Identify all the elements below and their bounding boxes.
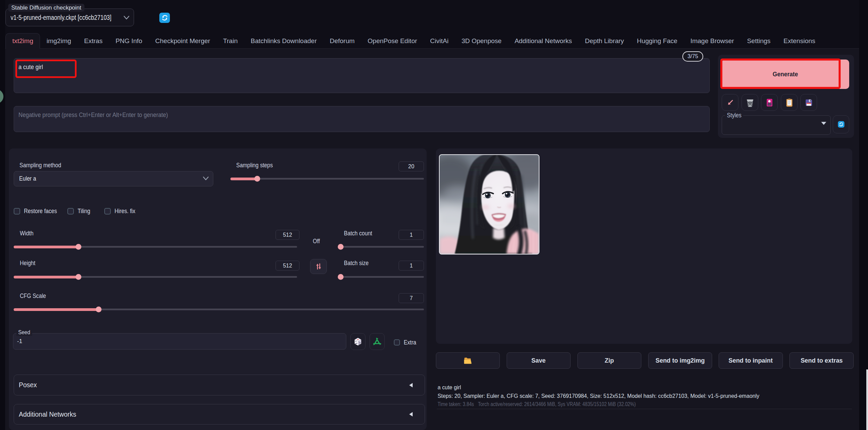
- time-taken-text: Time taken: 3.84s: [438, 401, 474, 408]
- sampling-method-dropdown[interactable]: [14, 171, 213, 186]
- zip-button[interactable]: Zip: [577, 352, 641, 369]
- generated-image[interactable]: [439, 154, 539, 255]
- posex-accordion-label: Posex: [19, 375, 38, 395]
- reuse-seed-button[interactable]: [370, 333, 385, 350]
- arrow-down-left-icon: [726, 98, 735, 107]
- die-icon: [353, 337, 363, 347]
- tab-civitai[interactable]: CivitAi: [424, 33, 455, 49]
- sampling-steps-label: Sampling steps: [236, 162, 273, 169]
- paste-params-button[interactable]: [722, 94, 738, 111]
- batch-count-label: Batch count: [344, 230, 372, 237]
- swap-dimensions-button[interactable]: [310, 259, 327, 274]
- triangle-down-icon: [821, 121, 827, 125]
- wastebasket-icon: [745, 97, 755, 108]
- width-label: Width: [20, 230, 34, 237]
- token-counter: 3/75: [682, 51, 703, 62]
- refresh-icon: [161, 14, 169, 22]
- page-left-edge: [0, 0, 5, 430]
- tab-image-browser[interactable]: Image Browser: [684, 33, 740, 49]
- random-seed-button[interactable]: [350, 333, 365, 350]
- batch-count-input[interactable]: 1: [399, 230, 424, 240]
- result-prompt-text: a cute girl: [438, 384, 461, 391]
- styles-label: Styles: [725, 112, 743, 119]
- tab-depth-library[interactable]: Depth Library: [578, 33, 630, 49]
- save-style-button[interactable]: [800, 94, 817, 111]
- prompt-input[interactable]: a cute girl: [14, 58, 710, 93]
- seed-value: -1: [17, 333, 22, 350]
- tab-png-info[interactable]: PNG Info: [109, 33, 149, 49]
- send-to-extras-button[interactable]: Send to extras: [789, 352, 854, 369]
- tab-img2img[interactable]: img2img: [40, 33, 78, 49]
- generate-annotation-box: [720, 58, 841, 89]
- zip-button-label: Zip: [605, 357, 614, 364]
- refresh-icon: [839, 122, 844, 127]
- send-to-inpaint-label: Send to inpaint: [729, 357, 773, 364]
- up-down-arrows-icon: [314, 262, 323, 271]
- tab-extras[interactable]: Extras: [78, 33, 109, 49]
- tab-batchlinks-downloader[interactable]: Batchlinks Downloader: [244, 33, 323, 49]
- batch-count-slider[interactable]: [338, 246, 424, 248]
- generated-image-art: [440, 155, 539, 254]
- recycle-icon: [373, 337, 382, 346]
- width-slider-handle[interactable]: [76, 244, 81, 250]
- checkpoint-refresh-button[interactable]: [159, 13, 170, 23]
- width-slider-fill: [14, 246, 79, 248]
- hires-fix-checkbox[interactable]: [104, 208, 111, 214]
- height-input[interactable]: 512: [276, 261, 299, 271]
- cfg-scale-slider-handle[interactable]: [96, 307, 102, 312]
- tiling-checkbox[interactable]: [67, 208, 74, 214]
- seed-input[interactable]: [13, 333, 346, 350]
- hires-fix-label: Hires. fix: [115, 208, 135, 215]
- tab-txt2img[interactable]: txt2img: [5, 33, 40, 49]
- cfg-scale-slider-fill: [14, 308, 98, 311]
- negative-prompt-input[interactable]: Negative prompt (press Ctrl+Enter or Alt…: [14, 106, 710, 132]
- cfg-scale-input[interactable]: 7: [399, 293, 424, 303]
- sampling-steps-slider-handle[interactable]: [254, 176, 260, 182]
- extra-seed-checkbox[interactable]: [394, 339, 400, 346]
- negative-prompt-placeholder: Negative prompt (press Ctrl+Enter or Alt…: [18, 111, 168, 119]
- triangle-left-icon: [409, 412, 413, 417]
- save-button[interactable]: Save: [507, 352, 571, 369]
- height-slider-handle[interactable]: [76, 274, 81, 280]
- scrollbar-thumb[interactable]: [866, 369, 868, 430]
- apply-styles-button[interactable]: [781, 94, 798, 111]
- floppy-disk-icon: [804, 98, 814, 107]
- clipboard-icon: [785, 98, 794, 107]
- open-folder-button[interactable]: [436, 352, 500, 369]
- extra-networks-button[interactable]: [761, 94, 778, 111]
- width-input[interactable]: 512: [276, 230, 299, 240]
- extra-seed-label: Extra: [404, 339, 416, 346]
- tab-3d-openpose[interactable]: 3D Openpose: [455, 33, 508, 49]
- restore-faces-checkbox[interactable]: [14, 208, 20, 214]
- sampling-method-label: Sampling method: [19, 162, 61, 169]
- tab-settings[interactable]: Settings: [740, 33, 777, 49]
- checkpoint-value: v1-5-pruned-emaonly.ckpt [cc6cb27103]: [11, 9, 111, 26]
- posex-accordion[interactable]: Posex: [14, 375, 425, 395]
- tab-deforum[interactable]: Deforum: [323, 33, 361, 49]
- batch-size-input[interactable]: 1: [399, 261, 424, 271]
- restore-faces-label: Restore faces: [24, 208, 57, 215]
- send-to-img2img-label: Send to img2img: [656, 357, 705, 364]
- tiling-label: Tiling: [78, 208, 90, 215]
- clear-prompt-button[interactable]: [742, 94, 758, 111]
- result-params-text: Steps: 20, Sampler: Euler a, CFG scale: …: [438, 392, 759, 400]
- sampling-steps-input[interactable]: 20: [399, 161, 424, 171]
- hires-state-label: Off: [313, 238, 320, 245]
- send-to-inpaint-button[interactable]: Send to inpaint: [719, 352, 783, 369]
- batch-size-slider[interactable]: [338, 276, 424, 278]
- tab-hugging-face[interactable]: Hugging Face: [630, 33, 684, 49]
- flower-card-icon: [765, 98, 774, 107]
- tab-extensions[interactable]: Extensions: [777, 33, 822, 49]
- batch-count-slider-handle[interactable]: [338, 244, 344, 250]
- additional-networks-accordion-label: Additional Networks: [19, 404, 79, 424]
- tab-additional-networks[interactable]: Additional Networks: [508, 33, 578, 49]
- batch-size-slider-handle[interactable]: [338, 274, 344, 280]
- send-to-img2img-button[interactable]: Send to img2img: [648, 352, 712, 369]
- styles-refresh-button[interactable]: [833, 115, 849, 133]
- tab-checkpoint-merger[interactable]: Checkpoint Merger: [149, 33, 217, 49]
- batch-size-label: Batch size: [344, 260, 369, 266]
- additional-networks-accordion[interactable]: Additional Networks: [14, 404, 425, 425]
- result-performance-text: Time taken: 3.84s Torch active/reserved:…: [438, 401, 636, 408]
- tab-train[interactable]: Train: [217, 33, 244, 49]
- tab-openpose-editor[interactable]: OpenPose Editor: [361, 33, 424, 49]
